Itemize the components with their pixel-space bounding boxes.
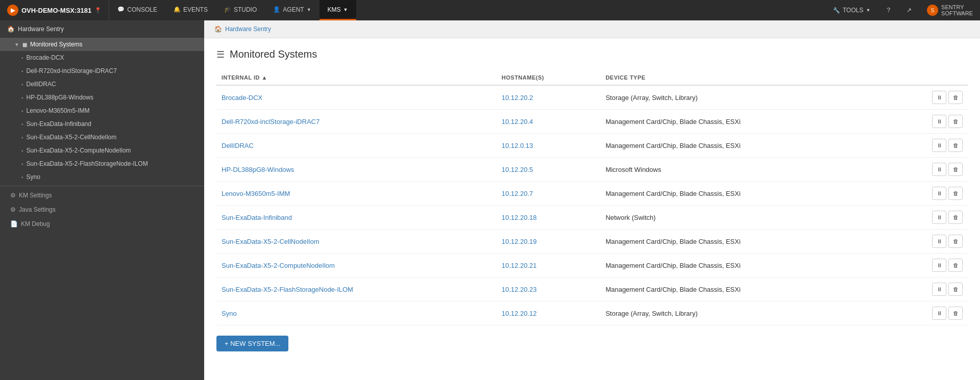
action-buttons: ⏸ 🗑 bbox=[892, 235, 963, 248]
sidebar-item-sun-exadata-x5-2-computenodeilom[interactable]: ▪ Sun-ExaData-X5-2-ComputeNodeIlom bbox=[0, 144, 204, 157]
hostname-link[interactable]: 10.12.20.18 bbox=[502, 214, 537, 221]
pause-button[interactable]: ⏸ bbox=[932, 307, 946, 320]
sidebar-item-sun-exadata-x5-2-cellnodeilom[interactable]: ▪ Sun-ExaData-X5-2-CellNodeIlom bbox=[0, 131, 204, 144]
hostname-link[interactable]: 10.12.0.13 bbox=[502, 142, 533, 149]
pause-button[interactable]: ⏸ bbox=[932, 91, 946, 104]
sidebar-item-lenovo-m3650m5-imm[interactable]: ▪ Lenovo-M3650m5-IMM bbox=[0, 104, 204, 117]
action-buttons: ⏸ 🗑 bbox=[892, 163, 963, 176]
device-icon: ▪ bbox=[21, 174, 23, 180]
pause-button[interactable]: ⏸ bbox=[932, 139, 946, 152]
location-icon: 📍 bbox=[94, 7, 102, 14]
action-buttons: ⏸ 🗑 bbox=[892, 139, 963, 152]
system-id-link[interactable]: DellIDRAC bbox=[222, 142, 254, 149]
delete-button[interactable]: 🗑 bbox=[948, 235, 963, 248]
nav-right-section: 🔧 TOOLS ▼ ? ↗ S SENTRYSOFTWARE bbox=[825, 0, 980, 20]
delete-button[interactable]: 🗑 bbox=[948, 259, 963, 272]
pause-button[interactable]: ⏸ bbox=[932, 235, 946, 248]
hostname-link[interactable]: 10.12.20.2 bbox=[502, 94, 533, 102]
agent-icon: 👤 bbox=[273, 6, 280, 13]
device-type-cell: Microsoft Windows bbox=[600, 158, 887, 182]
nav-studio[interactable]: 🎓 STUDIO bbox=[216, 0, 265, 20]
pause-button[interactable]: ⏸ bbox=[932, 211, 946, 224]
hostname-link[interactable]: 10.12.20.23 bbox=[502, 286, 537, 293]
action-buttons: ⏸ 🗑 bbox=[892, 115, 963, 128]
sidebar-item-syno[interactable]: ▪ Syno bbox=[0, 170, 204, 184]
hostname-link[interactable]: 10.12.20.7 bbox=[502, 190, 533, 197]
nav-kms[interactable]: KMS ▼ bbox=[320, 0, 356, 20]
device-icon: ▪ bbox=[21, 161, 23, 167]
sidebar-item-label: Sun-ExaData-Infiniband bbox=[27, 120, 91, 128]
device-icon: ▪ bbox=[21, 108, 23, 114]
content-inner: ☰ Monitored Systems INTERNAL ID ▲ HOSTNA… bbox=[204, 38, 980, 362]
breadcrumb-bar: 🏠 Hardware Sentry bbox=[204, 20, 980, 38]
sidebar-item-label: Lenovo-M3650m5-IMM bbox=[27, 107, 90, 114]
system-id-link[interactable]: Syno bbox=[222, 310, 237, 317]
col-hostname: HOSTNAME(S) bbox=[497, 70, 601, 85]
delete-button[interactable]: 🗑 bbox=[948, 91, 963, 104]
system-id-link[interactable]: Brocade-DCX bbox=[222, 94, 262, 102]
sidebar-item-brocade-dcx[interactable]: ▪ Brocade-DCX bbox=[0, 51, 204, 64]
pause-button[interactable]: ⏸ bbox=[932, 163, 946, 176]
sidebar-item-dellidrac[interactable]: ▪ DellIDRAC bbox=[0, 78, 204, 91]
col-device-type: DEVICE TYPE bbox=[600, 70, 887, 85]
sidebar-item-label: DellIDRAC bbox=[27, 81, 56, 88]
sidebar-item-dell-r720xd-inclstorage-idrac7[interactable]: ▪ Dell-R720xd-inclStorage-iDRAC7 bbox=[0, 64, 204, 78]
sidebar-settings-java-settings[interactable]: ⚙ Java Settings bbox=[0, 202, 204, 217]
nav-console[interactable]: 💬 CONSOLE bbox=[109, 0, 165, 20]
settings-label: KM Debug bbox=[21, 220, 50, 227]
delete-button[interactable]: 🗑 bbox=[948, 307, 963, 320]
new-system-button[interactable]: + NEW SYSTEM... bbox=[216, 336, 288, 351]
table-row: DellIDRAC 10.12.0.13 Management Card/Chi… bbox=[216, 134, 968, 158]
delete-button[interactable]: 🗑 bbox=[948, 139, 963, 152]
hostname-link[interactable]: 10.12.20.12 bbox=[502, 310, 537, 317]
sidebar-item-label: Syno bbox=[27, 173, 40, 181]
system-id-link[interactable]: HP-DL388pG8-Windows bbox=[222, 166, 294, 173]
sidebar-settings-km-debug[interactable]: 📄 KM Debug bbox=[0, 217, 204, 231]
nav-events-label: EVENTS bbox=[183, 6, 208, 13]
system-id-link[interactable]: Sun-ExaData-X5-2-CellNodeIlom bbox=[222, 238, 319, 245]
delete-button[interactable]: 🗑 bbox=[948, 187, 963, 200]
sidebar-item-label: Sun-ExaData-X5-2-ComputeNodeIlom bbox=[27, 147, 131, 154]
kms-dropdown-icon: ▼ bbox=[344, 7, 348, 12]
help-icon: ? bbox=[887, 7, 890, 14]
brand-section[interactable]: ▶ OVH-DEMO-MSX:3181 📍 bbox=[0, 0, 109, 20]
hostname-link[interactable]: 10.12.20.21 bbox=[502, 262, 537, 269]
sidebar-root[interactable]: 🏠 Hardware Sentry bbox=[0, 20, 204, 38]
sidebar-item-sun-exadata-x5-2-flashstoragenode-ilom[interactable]: ▪ Sun-ExaData-X5-2-FlashStorageNode-ILOM bbox=[0, 157, 204, 170]
sidebar-root-label: Hardware Sentry bbox=[18, 26, 64, 33]
sidebar-item-monitored-systems[interactable]: ▼ ▦ Monitored Systems bbox=[0, 38, 204, 51]
nav-studio-label: STUDIO bbox=[234, 6, 257, 13]
pause-button[interactable]: ⏸ bbox=[932, 283, 946, 296]
system-id-link[interactable]: Sun-ExaData-X5-2-FlashStorageNode-ILOM bbox=[222, 286, 353, 293]
pause-button[interactable]: ⏸ bbox=[932, 259, 946, 272]
system-id-link[interactable]: Sun-ExaData-Infiniband bbox=[222, 214, 292, 221]
systems-table: INTERNAL ID ▲ HOSTNAME(S) DEVICE TYPE Br… bbox=[216, 70, 968, 325]
hostname-link[interactable]: 10.12.20.5 bbox=[502, 166, 533, 173]
action-buttons: ⏸ 🗑 bbox=[892, 211, 963, 224]
list-icon: ▦ bbox=[22, 42, 27, 47]
nav-external[interactable]: ↗ bbox=[898, 7, 920, 14]
breadcrumb-link[interactable]: Hardware Sentry bbox=[225, 26, 271, 33]
sidebar-settings-km-settings[interactable]: ⚙ KM Settings bbox=[0, 188, 204, 202]
table-row: Sun-ExaData-X5-2-ComputeNodeIlom 10.12.2… bbox=[216, 254, 968, 277]
home-icon: 🏠 bbox=[7, 26, 15, 33]
table-row: Brocade-DCX 10.12.20.2 Storage (Array, S… bbox=[216, 85, 968, 110]
system-id-link[interactable]: Dell-R720xd-inclStorage-iDRAC7 bbox=[222, 118, 320, 125]
system-id-link[interactable]: Lenovo-M3650m5-IMM bbox=[222, 190, 290, 197]
system-id-link[interactable]: Sun-ExaData-X5-2-ComputeNodeIlom bbox=[222, 262, 335, 269]
pause-button[interactable]: ⏸ bbox=[932, 187, 946, 200]
delete-button[interactable]: 🗑 bbox=[948, 163, 963, 176]
bell-icon: 🔔 bbox=[174, 6, 181, 13]
nav-tools[interactable]: 🔧 TOOLS ▼ bbox=[825, 7, 878, 14]
sidebar-item-hp-dl388pg8-windows[interactable]: ▪ HP-DL388pG8-Windows bbox=[0, 91, 204, 104]
delete-button[interactable]: 🗑 bbox=[948, 283, 963, 296]
hostname-link[interactable]: 10.12.20.19 bbox=[502, 238, 537, 245]
pause-button[interactable]: ⏸ bbox=[932, 115, 946, 128]
hostname-link[interactable]: 10.12.20.4 bbox=[502, 118, 533, 125]
nav-events[interactable]: 🔔 EVENTS bbox=[165, 0, 216, 20]
delete-button[interactable]: 🗑 bbox=[948, 115, 963, 128]
nav-agent[interactable]: 👤 AGENT ▼ bbox=[265, 0, 319, 20]
nav-help[interactable]: ? bbox=[878, 7, 898, 14]
delete-button[interactable]: 🗑 bbox=[948, 211, 963, 224]
sidebar-item-sun-exadata-infiniband[interactable]: ▪ Sun-ExaData-Infiniband bbox=[0, 117, 204, 131]
